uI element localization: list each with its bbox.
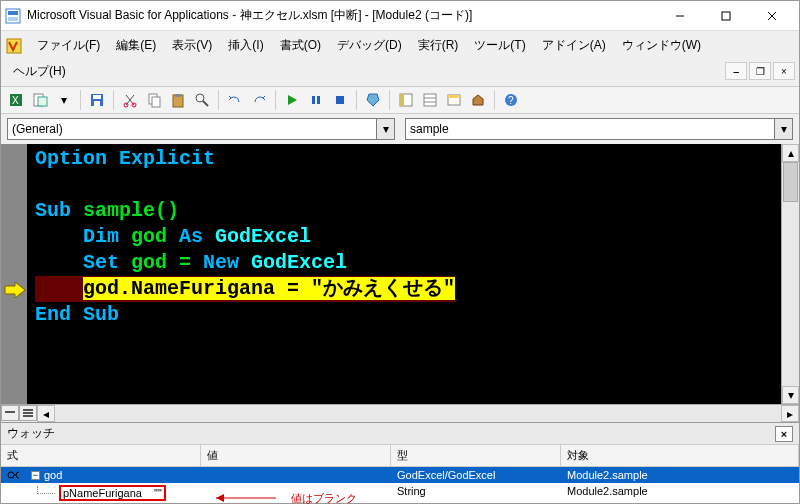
code-token: god = (131, 251, 191, 274)
code-token: GodExcel (215, 225, 311, 248)
svg-rect-13 (93, 95, 101, 99)
svg-rect-24 (312, 96, 315, 104)
mdi-close[interactable]: × (773, 62, 795, 80)
toolbar: X ▾ ? (1, 86, 799, 114)
menu-file[interactable]: ファイル(F) (29, 33, 108, 58)
scroll-up-arrow[interactable]: ▴ (782, 144, 799, 162)
watch-expr-highlighted: pNameFurigana "" (59, 485, 166, 501)
scroll-thumb[interactable] (783, 162, 798, 202)
code-token: god (131, 225, 167, 248)
menu-view[interactable]: 表示(V) (164, 33, 220, 58)
menu-window[interactable]: ウィンドウ(W) (614, 33, 709, 58)
procedure-view-button[interactable] (1, 405, 19, 421)
help-button[interactable]: ? (500, 89, 522, 111)
view-excel-button[interactable]: X (5, 89, 27, 111)
menu-run[interactable]: 実行(R) (410, 33, 467, 58)
svg-rect-29 (400, 94, 404, 106)
code-token: sample() (83, 199, 179, 222)
svg-rect-2 (8, 17, 18, 21)
horizontal-scrollbar[interactable]: ◂ ▸ (1, 404, 799, 422)
menu-tools[interactable]: ツール(T) (466, 33, 533, 58)
run-button[interactable] (281, 89, 303, 111)
code-token: GodExcel (251, 251, 347, 274)
code-token: Option (35, 147, 107, 170)
close-button[interactable] (749, 2, 795, 30)
scroll-right-arrow[interactable]: ▸ (781, 405, 799, 422)
mdi-restore[interactable]: ❐ (749, 62, 771, 80)
break-button[interactable] (305, 89, 327, 111)
scroll-down-arrow[interactable]: ▾ (782, 386, 799, 404)
procedure-dropdown[interactable]: ▾ (405, 118, 793, 140)
procedure-dropdown-arrow[interactable]: ▾ (775, 118, 793, 140)
undo-button[interactable] (224, 89, 246, 111)
toolbar-dropdown-arrow[interactable]: ▾ (53, 89, 75, 111)
menu-help[interactable]: ヘルプ(H) (5, 63, 66, 80)
properties-button[interactable] (419, 89, 441, 111)
find-button[interactable] (191, 89, 213, 111)
object-dropdown[interactable]: ▾ (7, 118, 395, 140)
menu-debug[interactable]: デバッグ(D) (329, 33, 410, 58)
code-token: End (35, 303, 71, 326)
toolbox-button[interactable] (467, 89, 489, 111)
watch-header: 式 値 型 対象 (1, 445, 799, 467)
menu-edit[interactable]: 編集(E) (108, 33, 164, 58)
svg-rect-39 (23, 409, 33, 411)
minimize-button[interactable] (657, 2, 703, 30)
design-mode-button[interactable] (362, 89, 384, 111)
watch-scope: Module2.sample (561, 483, 799, 503)
copy-button[interactable] (143, 89, 165, 111)
watch-row[interactable]: −god GodExcel/GodExcel Module2.sample (1, 467, 799, 483)
paste-button[interactable] (167, 89, 189, 111)
menubar: ファイル(F) 編集(E) 表示(V) 挿入(I) 書式(O) デバッグ(D) … (1, 31, 799, 60)
svg-rect-20 (175, 94, 181, 97)
watch-col-expr[interactable]: 式 (1, 445, 201, 466)
watch-col-scope[interactable]: 対象 (561, 445, 799, 466)
watch-expr: god (44, 469, 62, 481)
vertical-scrollbar[interactable]: ▴ ▾ (781, 144, 799, 404)
code-pane: Option Explicit Sub sample() Dim god As … (1, 144, 799, 404)
watch-close-button[interactable]: × (775, 426, 793, 442)
watch-titlebar[interactable]: ウォッチ × (1, 423, 799, 445)
procedure-dropdown-input[interactable] (405, 118, 775, 140)
save-button[interactable] (86, 89, 108, 111)
watch-row[interactable]: pNameFurigana "" String Module2.sample (1, 483, 799, 503)
window-title: Microsoft Visual Basic for Applications … (27, 7, 657, 24)
watch-col-value[interactable]: 値 (201, 445, 391, 466)
code-current-line: god.NameFurigana = "かみえくせる" (83, 277, 455, 300)
object-dropdown-input[interactable] (7, 118, 377, 140)
hscroll-track[interactable] (55, 405, 781, 422)
code-editor[interactable]: Option Explicit Sub sample() Dim god As … (27, 144, 781, 404)
code-gutter[interactable] (1, 144, 27, 404)
watch-type: String (391, 483, 561, 503)
svg-marker-23 (288, 95, 297, 105)
maximize-button[interactable] (703, 2, 749, 30)
full-module-view-button[interactable] (19, 405, 37, 421)
menu-format[interactable]: 書式(O) (272, 33, 329, 58)
cut-button[interactable] (119, 89, 141, 111)
app-window: Microsoft Visual Basic for Applications … (0, 0, 800, 504)
app-icon (5, 8, 21, 24)
insert-module-button[interactable] (29, 89, 51, 111)
object-dropdown-arrow[interactable]: ▾ (377, 118, 395, 140)
code-dropdowns: ▾ ▾ (1, 114, 799, 144)
object-browser-button[interactable] (443, 89, 465, 111)
menu-addins[interactable]: アドイン(A) (534, 33, 614, 58)
execution-arrow-icon (3, 282, 25, 301)
tree-collapse-icon[interactable]: − (31, 471, 40, 480)
redo-button[interactable] (248, 89, 270, 111)
code-token: Set (83, 251, 119, 274)
project-explorer-button[interactable] (395, 89, 417, 111)
code-token: New (203, 251, 239, 274)
svg-rect-18 (152, 97, 160, 107)
watch-col-type[interactable]: 型 (391, 445, 561, 466)
svg-text:X: X (12, 95, 19, 106)
code-token: Sub (83, 303, 119, 326)
annotation-text: 値はブランク (291, 491, 357, 504)
scroll-left-arrow[interactable]: ◂ (37, 405, 55, 422)
annotation-arrow-icon (216, 491, 286, 504)
code-token: Explicit (119, 147, 215, 170)
svg-marker-46 (216, 494, 224, 502)
reset-button[interactable] (329, 89, 351, 111)
menu-insert[interactable]: 挿入(I) (220, 33, 271, 58)
mdi-minimize[interactable]: ‒ (725, 62, 747, 80)
